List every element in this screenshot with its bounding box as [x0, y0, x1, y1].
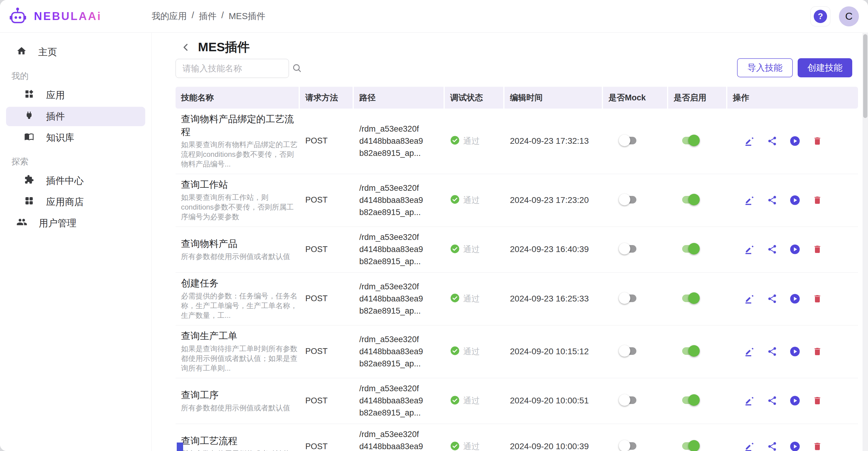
app-window: NEBULAAi 我的应用 / 插件 / MES插件 ? C 主页 我的	[0, 0, 868, 451]
edit-icon[interactable]	[745, 195, 755, 205]
check-circle-icon	[450, 346, 460, 357]
edit-icon[interactable]	[745, 294, 755, 304]
skill-name[interactable]: 查询物料产品	[181, 238, 300, 250]
col-header-edit-time: 编辑时间	[504, 87, 603, 109]
mock-toggle[interactable]	[619, 394, 638, 406]
delete-icon[interactable]	[812, 396, 822, 405]
enabled-toggle[interactable]	[681, 134, 700, 147]
skill-name[interactable]: 查询工序	[181, 389, 300, 401]
edit-time-cell: 2024-09-23 16:40:39	[504, 244, 603, 254]
mock-toggle[interactable]	[619, 292, 638, 304]
mock-toggle[interactable]	[619, 440, 638, 451]
delete-icon[interactable]	[812, 244, 822, 254]
enabled-cell	[668, 440, 727, 451]
mock-toggle[interactable]	[619, 345, 638, 357]
enabled-toggle[interactable]	[681, 394, 700, 406]
col-header-skill-name: 技能名称	[176, 87, 300, 109]
check-circle-icon	[450, 244, 460, 255]
share-icon[interactable]	[767, 244, 777, 254]
sidebar-item-app-store[interactable]: 应用商店	[6, 192, 145, 212]
share-icon[interactable]	[767, 136, 777, 146]
scrollbar-track[interactable]	[863, 33, 868, 451]
mock-cell	[603, 345, 668, 358]
sidebar-item-home[interactable]: 主页	[6, 42, 145, 62]
table-row: 查询工艺流程 所有参数都使用示例值或者默认值 POST /rdm_a53ee32…	[176, 424, 858, 451]
play-icon[interactable]	[789, 195, 800, 206]
skill-name[interactable]: 创建任务	[181, 277, 300, 290]
debug-status-cell: 通过	[445, 346, 504, 357]
user-avatar[interactable]: C	[839, 6, 859, 26]
method-cell: POST	[300, 195, 354, 205]
sidebar-item-user-management[interactable]: 用户管理	[6, 213, 145, 233]
play-icon[interactable]	[789, 136, 800, 147]
actions-cell	[727, 441, 858, 451]
sidebar-item-plugins[interactable]: 插件	[6, 107, 145, 126]
sidebar-item-plugin-center[interactable]: 插件中心	[6, 171, 145, 190]
back-button[interactable]	[180, 41, 191, 53]
skill-name[interactable]: 查询工艺流程	[181, 434, 300, 447]
skill-name[interactable]: 查询生产工单	[181, 330, 300, 342]
enabled-toggle[interactable]	[681, 292, 700, 304]
table-row: 创建任务 必需提供的参数：任务编号，任务名称，生产工单编号，生产工单名称，生产数…	[176, 273, 858, 325]
edit-icon[interactable]	[745, 441, 755, 451]
help-button[interactable]: ?	[810, 6, 830, 26]
breadcrumb-plugins[interactable]: 插件	[199, 10, 216, 23]
play-icon[interactable]	[789, 293, 800, 304]
share-icon[interactable]	[767, 441, 777, 451]
search-input[interactable]	[183, 64, 292, 73]
mock-cell	[603, 243, 668, 256]
skill-name[interactable]: 查询物料产品绑定的工艺流程	[181, 113, 300, 138]
share-icon[interactable]	[767, 195, 777, 205]
debug-status-cell: 通过	[445, 441, 504, 451]
actions-cell	[727, 195, 858, 206]
play-icon[interactable]	[789, 395, 800, 406]
create-skill-button[interactable]: 创建技能	[798, 58, 852, 77]
delete-icon[interactable]	[812, 136, 822, 146]
edit-icon[interactable]	[745, 244, 755, 254]
cutoff-floating-element[interactable]	[177, 443, 183, 451]
breadcrumb-my-apps[interactable]: 我的应用	[152, 10, 187, 23]
sidebar-section-mine: 我的	[11, 70, 151, 82]
table-row: 查询工序 所有参数都使用示例值或者默认值 POST /rdm_a53ee320f…	[176, 378, 858, 424]
enabled-toggle[interactable]	[681, 345, 700, 357]
edit-icon[interactable]	[745, 347, 755, 357]
question-mark-icon: ?	[814, 10, 827, 23]
play-icon[interactable]	[789, 244, 800, 255]
method-cell: POST	[300, 245, 354, 254]
check-circle-icon	[450, 395, 460, 406]
sidebar-item-apps[interactable]: 应用	[6, 86, 145, 105]
header-right: ? C	[810, 6, 859, 26]
delete-icon[interactable]	[812, 442, 822, 451]
import-skill-button[interactable]: 导入技能	[737, 58, 793, 77]
sidebar-item-knowledge-base[interactable]: 知识库	[6, 128, 145, 147]
play-icon[interactable]	[789, 441, 800, 451]
mock-toggle[interactable]	[619, 134, 638, 147]
mock-toggle[interactable]	[619, 243, 638, 255]
delete-icon[interactable]	[812, 347, 822, 356]
debug-status-label: 通过	[463, 395, 479, 406]
enabled-toggle[interactable]	[681, 440, 700, 451]
sidebar-item-label: 应用商店	[46, 196, 84, 208]
debug-status-label: 通过	[463, 136, 479, 147]
edit-time-cell: 2024-09-20 10:00:39	[504, 442, 603, 451]
brand-logo[interactable]: NEBULAAi	[9, 7, 101, 26]
mock-toggle[interactable]	[619, 193, 638, 206]
search-icon[interactable]	[292, 63, 302, 74]
enabled-toggle[interactable]	[681, 243, 700, 255]
edit-icon[interactable]	[745, 136, 755, 146]
skill-name-cell: 创建任务 必需提供的参数：任务编号，任务名称，生产工单编号，生产工单名称，生产数…	[176, 277, 300, 320]
edit-icon[interactable]	[745, 395, 755, 406]
enabled-cell	[668, 394, 727, 407]
delete-icon[interactable]	[812, 195, 822, 205]
play-icon[interactable]	[789, 346, 800, 357]
mock-cell	[603, 134, 668, 148]
share-icon[interactable]	[767, 294, 777, 304]
skill-name[interactable]: 查询工作站	[181, 178, 300, 191]
delete-icon[interactable]	[812, 294, 822, 304]
scrollbar-thumb[interactable]	[863, 34, 867, 118]
enabled-cell	[668, 292, 727, 305]
share-icon[interactable]	[767, 347, 777, 357]
brand-name: NEBULAAi	[34, 10, 101, 23]
enabled-toggle[interactable]	[681, 193, 700, 206]
share-icon[interactable]	[767, 395, 777, 406]
